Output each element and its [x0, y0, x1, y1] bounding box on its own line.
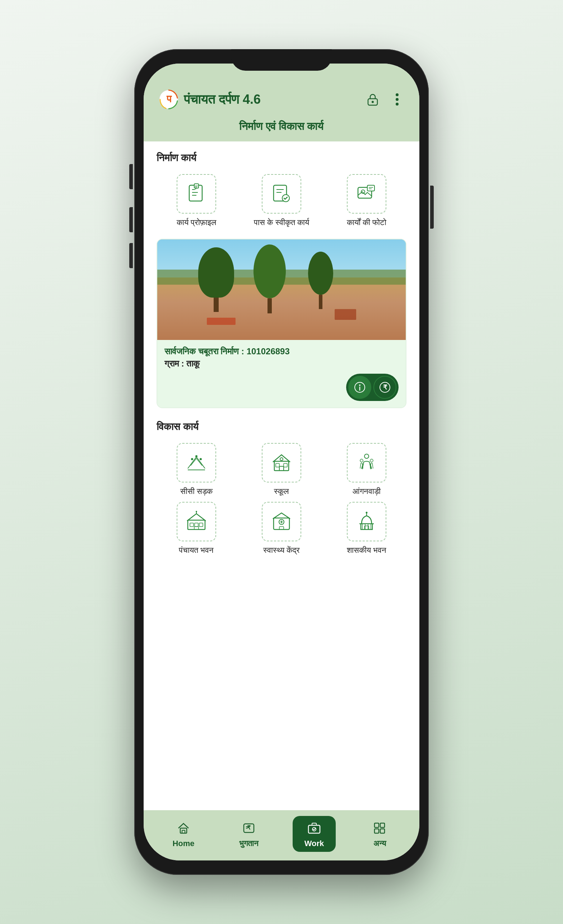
- work-card: सार्वजनिक चबूतरा निर्माण : 101026893 ग्र…: [156, 239, 407, 408]
- svg-rect-50: [374, 829, 379, 833]
- header-left: प पंचायत दर्पण 4.6: [158, 88, 261, 110]
- kary-profile-label: कार्य प्रोफ़ाइल: [177, 218, 216, 227]
- svg-rect-51: [380, 829, 384, 833]
- svg-point-15: [359, 384, 360, 386]
- work-nav-icon: [306, 819, 323, 837]
- svg-point-18: [191, 458, 193, 460]
- phone-notch: [231, 49, 332, 71]
- vikas-section: विकास कार्य: [156, 421, 407, 555]
- nirmaan-grid: कार्य प्रोफ़ाइल पास के स्वीकृत: [156, 174, 407, 227]
- kary-photo-item[interactable]: कार्यों की फोटो: [327, 174, 407, 227]
- svg-point-40: [366, 512, 368, 514]
- nav-payment-label: भुगतान: [239, 839, 258, 848]
- vikas-grid: सीसी सड़क: [156, 443, 407, 555]
- svg-point-27: [360, 459, 363, 462]
- svg-rect-23: [276, 464, 279, 467]
- info-btn[interactable]: [348, 376, 371, 399]
- header-right: [365, 92, 405, 107]
- pass-kary-label: पास के स्वीकृत कार्य: [254, 218, 309, 227]
- nav-work-label: Work: [305, 839, 324, 848]
- page-subtitle: निर्माण एवं विकास कार्य: [144, 117, 419, 141]
- nirmaan-section-title: निर्माण कार्य: [156, 152, 407, 164]
- nav-work[interactable]: Work: [293, 816, 336, 852]
- svg-point-4: [396, 93, 399, 96]
- work-card-image: [157, 239, 406, 340]
- nav-other[interactable]: अन्य: [358, 816, 401, 852]
- panchayat-bhawan-label: पंचायत भवन: [179, 546, 214, 555]
- svg-text:₹: ₹: [383, 384, 387, 391]
- nav-home-label: Home: [172, 839, 194, 848]
- payment-nav-icon: ₹: [240, 819, 257, 837]
- phone-shell: प पंचायत दर्पण 4.6: [134, 49, 429, 875]
- svg-rect-24: [284, 464, 287, 467]
- work-card-village: ग्राम : ताकू: [164, 358, 399, 369]
- kary-profile-icon-box: [177, 174, 216, 214]
- swasthya-kendra-item[interactable]: स्वास्थ्य केंद्र: [242, 502, 321, 555]
- bottom-nav: Home ₹ भुगतान: [144, 810, 419, 861]
- phone-screen: प पंचायत दर्पण 4.6: [144, 63, 419, 861]
- app-header: प पंचायत दर्पण 4.6: [144, 63, 419, 117]
- anganwadi-icon-box: [347, 443, 386, 483]
- school-icon-box: [262, 443, 301, 483]
- svg-point-26: [365, 454, 369, 458]
- anganwadi-item[interactable]: आंगनवाड़ी: [327, 443, 407, 496]
- kary-photo-label: कार्यों की फोटो: [347, 218, 386, 227]
- app-title: पंचायत दर्पण 4.6: [184, 92, 261, 107]
- svg-point-6: [396, 103, 399, 105]
- shaskeey-bhawan-label: शासकीय भवन: [347, 546, 386, 555]
- rupee-btn[interactable]: ₹: [374, 376, 396, 399]
- school-item[interactable]: स्कूल: [242, 443, 321, 496]
- svg-rect-29: [188, 520, 205, 530]
- svg-text:प: प: [166, 93, 172, 105]
- svg-point-5: [396, 98, 399, 101]
- work-card-info: सार्वजनिक चबूतरा निर्माण : 101026893 ग्र…: [157, 340, 406, 407]
- school-label: स्कूल: [274, 487, 289, 496]
- other-nav-icon: [371, 819, 388, 837]
- svg-rect-13: [367, 185, 374, 191]
- anganwadi-label: आंगनवाड़ी: [353, 487, 381, 496]
- svg-point-3: [372, 101, 374, 103]
- svg-rect-37: [281, 520, 282, 524]
- svg-text:₹: ₹: [247, 825, 251, 831]
- home-nav-icon: [175, 819, 192, 837]
- kary-photo-icon-box: [347, 174, 386, 214]
- swasthya-kendra-label: स्वास्थ्य केंद्र: [263, 546, 300, 555]
- svg-rect-49: [380, 823, 384, 827]
- svg-point-19: [195, 455, 197, 458]
- svg-point-28: [370, 459, 373, 462]
- svg-rect-31: [195, 523, 198, 526]
- app-logo-icon: प: [158, 88, 180, 110]
- work-card-name: सार्वजनिक चबूतरा निर्माण : 101026893: [164, 346, 399, 357]
- svg-point-20: [200, 458, 202, 460]
- panchayat-bhawan-icon-box: [177, 502, 216, 542]
- main-content: निर्माण कार्य: [144, 141, 419, 810]
- cc-sadak-label: सीसी सड़क: [180, 487, 213, 496]
- swasthya-kendra-icon-box: [262, 502, 301, 542]
- more-options-icon[interactable]: [389, 92, 405, 107]
- svg-point-25: [280, 458, 283, 460]
- shaskeey-bhawan-icon-box: [347, 502, 386, 542]
- page-wrapper: प पंचायत दर्पण 4.6: [0, 0, 563, 924]
- work-card-actions: ₹: [164, 374, 399, 401]
- nav-payment[interactable]: ₹ भुगतान: [227, 816, 270, 852]
- panchayat-bhawan-item[interactable]: पंचायत भवन: [156, 502, 236, 555]
- svg-rect-32: [199, 523, 203, 526]
- nav-other-label: अन्य: [374, 839, 386, 848]
- action-btn-group: ₹: [346, 374, 399, 401]
- nav-home[interactable]: Home: [162, 816, 205, 852]
- vikas-section-title: विकास कार्य: [156, 421, 407, 433]
- pass-kary-icon-box: [262, 174, 301, 214]
- svg-point-34: [196, 511, 197, 512]
- pass-kary-item[interactable]: पास के स्वीकृत कार्य: [242, 174, 321, 227]
- kary-profile-item[interactable]: कार्य प्रोफ़ाइल: [156, 174, 236, 227]
- svg-rect-30: [190, 523, 194, 526]
- cc-sadak-item[interactable]: सीसी सड़क: [156, 443, 236, 496]
- svg-rect-48: [374, 823, 379, 827]
- shaskeey-bhawan-item[interactable]: शासकीय भवन: [327, 502, 407, 555]
- lock-icon[interactable]: [365, 92, 381, 107]
- svg-rect-22: [279, 466, 284, 471]
- cc-sadak-icon-box: [177, 443, 216, 483]
